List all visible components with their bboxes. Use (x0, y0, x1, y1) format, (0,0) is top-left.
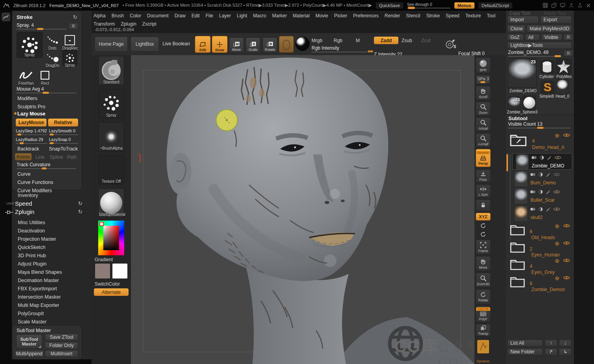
zadd-button[interactable]: Zadd (374, 37, 398, 44)
move-out-folder-button[interactable]: ↱ (545, 348, 557, 355)
tool-thumb-polymes[interactable] (556, 59, 572, 74)
shader-toggle-icon[interactable] (531, 155, 537, 162)
strip-frame-button[interactable]: Frame (476, 240, 491, 254)
quicksave-button[interactable]: QuickSave (376, 2, 403, 9)
plugin-item-adjust-plugin[interactable]: Adjust Plugin (18, 261, 47, 267)
subtool-item-zombie-demo[interactable]: Zombie_DEMO (512, 153, 572, 170)
current-alpha-thumb[interactable]: ~BrushAlpha (98, 122, 124, 151)
eye-icon[interactable] (563, 258, 570, 265)
strip-bpr-button[interactable]: BPR (476, 58, 491, 73)
gear-icon[interactable] (554, 258, 560, 265)
menu-item-movie[interactable]: Movie (316, 13, 328, 19)
current-stroke-thumb[interactable]: Spray (98, 89, 124, 118)
line-button[interactable]: Line (35, 154, 45, 160)
gear-icon[interactable] (554, 133, 560, 140)
subtool-scrollbar[interactable] (506, 154, 508, 171)
subtool-item-skull2[interactable]: skull2 (512, 205, 572, 222)
menu-item-light[interactable]: Light (237, 13, 247, 19)
modifiers-row[interactable]: Modifiers (17, 96, 37, 101)
refresh-icon[interactable]: ↻ (78, 201, 82, 206)
user-icon[interactable] (569, 3, 574, 8)
backtrack-button[interactable]: Backtrack (17, 146, 39, 152)
strip-spix-button[interactable]: SPix 3 (476, 75, 491, 84)
strip-lsym-button[interactable]: L.Sym (476, 184, 491, 198)
inventory-section[interactable]: Inventory (18, 193, 38, 198)
menu-item-color[interactable]: Color (130, 13, 141, 19)
move-button[interactable]: M Move (229, 37, 244, 52)
stroke-spray-large[interactable]: Spray (17, 32, 43, 58)
menu-item-zplugin[interactable]: Zplugin (121, 21, 136, 27)
curve-row[interactable]: Curve (17, 171, 30, 177)
stroke-spray-small[interactable]: Spray (62, 50, 77, 66)
menu-item-speed[interactable]: Speed (446, 13, 460, 19)
shader-toggle-icon[interactable] (530, 189, 536, 196)
menu-item-layer[interactable]: Layer (219, 13, 231, 19)
visible-count-slider[interactable]: Visible Count 13 (508, 121, 570, 128)
gear-icon[interactable] (554, 223, 560, 230)
stroke-dragrect[interactable]: DragRec (62, 32, 77, 48)
subtool-folder-eyes-grey[interactable]: 4 Eyes_Grey (509, 258, 572, 275)
strip-polyf-button[interactable]: Line FillPolyF (476, 306, 491, 322)
current-material-thumb[interactable]: StartupMaterial (98, 188, 124, 217)
current-brush-thumb[interactable]: Standard (98, 56, 124, 85)
menu-item-edit[interactable]: Edit (191, 13, 200, 19)
menu-item-file[interactable]: File (205, 13, 213, 19)
strip-material-thumb-button[interactable] (476, 338, 491, 355)
curve-functions-row[interactable]: Curve Functions (17, 180, 53, 185)
strip-local-button[interactable] (476, 199, 491, 211)
relative-button[interactable]: Relative (48, 119, 78, 126)
grid-icon[interactable] (543, 3, 548, 8)
refresh-icon[interactable]: ↻ (73, 14, 77, 20)
polypaint-brush-icon[interactable] (545, 207, 551, 213)
menu-item-material[interactable]: Material (293, 13, 310, 19)
alternate-button[interactable]: Alternate (94, 288, 129, 296)
subtool-up-button[interactable]: ↑ (545, 340, 557, 347)
menu-item-transform[interactable]: Transform (93, 21, 115, 27)
goz-visible-button[interactable]: Visible (541, 34, 562, 41)
stroke-r-button[interactable]: R (69, 23, 78, 29)
menu-item-stencil[interactable]: Stencil (406, 13, 420, 19)
polypaint-brush-icon[interactable] (545, 189, 551, 196)
strip-orbit-b-button[interactable] (476, 231, 491, 238)
stroke-dragdot[interactable]: DragDo (45, 50, 60, 66)
subtool-folder-eyes-human[interactable]: 2 Eyes_Human (509, 241, 572, 258)
gradient-label[interactable]: Gradient (95, 257, 113, 262)
menu-item-stroke[interactable]: Stroke (426, 13, 440, 19)
snaptotrack-button[interactable]: SnapToTrack (49, 146, 78, 152)
halfmoon-icon[interactable] (539, 189, 543, 196)
edit-button[interactable]: Edit (195, 36, 211, 53)
strip-dynamic-button[interactable]: Dynamic (476, 357, 491, 364)
eye-icon[interactable] (563, 275, 570, 282)
menu-item-brush[interactable]: Brush (112, 13, 124, 19)
plugin-item-maya-blend-shapes[interactable]: Maya Blend Shapes (18, 269, 62, 275)
strip-actual-button[interactable]: Actual (476, 117, 491, 132)
menu-item-document[interactable]: Document (147, 13, 169, 19)
plugin-item-fbx-exportimport[interactable]: FBX ExportImport (18, 286, 57, 292)
mrgb-button[interactable]: Mrgb (312, 38, 322, 43)
subtool-folder-zombie-demon[interactable]: 6 Zombie_Demon (509, 275, 572, 293)
draw-button[interactable]: Draw (212, 36, 228, 53)
goz-all-button[interactable]: All (525, 34, 540, 41)
subtool-item-burn-demo[interactable]: Burn_Demo (512, 171, 572, 187)
sculptris-pro-row[interactable]: Sculptris Pro (17, 104, 45, 110)
shader-toggle-icon[interactable] (530, 172, 536, 178)
stroke-freehand[interactable]: FreeHan (17, 67, 35, 83)
strip-aahalf-button[interactable]: AAHalf (476, 133, 491, 147)
polypaint-brush-icon[interactable] (547, 155, 552, 162)
default-zscript-button[interactable]: DefaultZScript (478, 2, 512, 9)
subtool-folder-old-heads[interactable]: 6 Old_Heads (509, 223, 572, 241)
rgb-intensity-slider[interactable]: Rgb Intensity (312, 45, 367, 52)
stroke-palette-icon[interactable] (2, 13, 10, 21)
strip-xyz-button[interactable]: XYZ (476, 213, 491, 221)
plugin-item-projection-master[interactable]: Projection Master (18, 236, 56, 242)
tool-thumb-head-0[interactable] (556, 79, 568, 94)
strip-persp-button[interactable]: DynamicPersp (476, 149, 491, 167)
menu-item-macro[interactable]: Macro (253, 13, 266, 19)
rgb-button[interactable]: Rgb (334, 38, 342, 43)
plugin-item-intersection-masker[interactable]: Intersection Masker (18, 294, 61, 300)
subtool-folder-demo-head-a[interactable]: 4 Demo_Head_A (509, 133, 572, 152)
menu-item-texture[interactable]: Texture (465, 13, 481, 19)
export-icon[interactable] (577, 3, 583, 8)
eye-icon[interactable] (563, 241, 570, 248)
subtool-item-bullet-scar[interactable]: Bullet_Scar (512, 188, 572, 204)
